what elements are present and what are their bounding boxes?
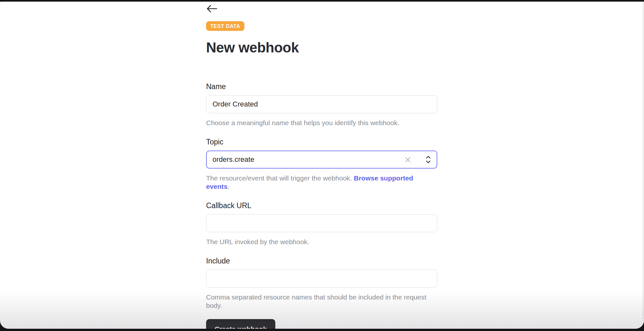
topic-help-text: The resource/event that will trigger the… <box>206 174 437 191</box>
include-label: Include <box>206 256 437 265</box>
name-field-group: Name Choose a meaningful name that helps… <box>206 82 437 127</box>
create-webhook-button[interactable]: Create webhook <box>206 319 275 329</box>
include-input[interactable] <box>206 270 437 288</box>
include-field-group: Include Comma separated resource names t… <box>206 256 437 310</box>
include-help-text: Comma separated resource names that shou… <box>206 293 437 310</box>
name-help-text: Choose a meaningful name that helps you … <box>206 119 437 127</box>
test-data-badge: TEST DATA <box>206 21 244 31</box>
page-panel: TEST DATA New webhook Name Choose a mean… <box>0 2 644 329</box>
topic-field-group: Topic orders.create <box>206 137 437 191</box>
topic-help-prefix: The resource/event that will trigger the… <box>206 174 354 182</box>
back-button[interactable] <box>206 5 219 13</box>
topic-clear-button[interactable] <box>402 154 413 165</box>
topic-label: Topic <box>206 137 437 146</box>
page-title: New webhook <box>206 40 437 56</box>
scrollbar-track[interactable] <box>642 2 644 319</box>
callback-url-input[interactable] <box>206 214 437 232</box>
new-webhook-form: Name Choose a meaningful name that helps… <box>206 82 437 329</box>
name-label: Name <box>206 82 437 91</box>
topic-stepper-button[interactable] <box>423 154 434 165</box>
clear-x-icon <box>405 157 411 163</box>
back-arrow-icon <box>206 5 218 13</box>
name-input[interactable] <box>206 95 437 113</box>
topic-selected-value: orders.create <box>207 155 402 164</box>
topic-select[interactable]: orders.create <box>206 151 437 169</box>
callback-url-help-text: The URL invoked by the webhook. <box>206 238 437 246</box>
up-down-chevron-icon <box>425 155 431 164</box>
callback-url-field-group: Callback URL The URL invoked by the webh… <box>206 201 437 246</box>
callback-url-label: Callback URL <box>206 201 437 210</box>
webhook-form-content: TEST DATA New webhook Name Choose a mean… <box>206 2 437 329</box>
topic-help-suffix: . <box>228 183 230 190</box>
